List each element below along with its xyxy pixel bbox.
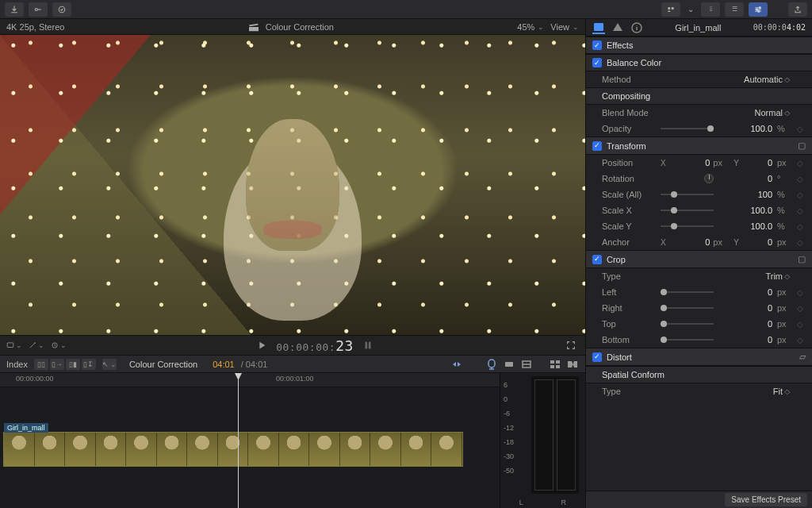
position-label: Position — [602, 158, 656, 167]
balance-color-section[interactable]: Balance Color — [586, 54, 812, 71]
crop-bottom-value[interactable]: 0 — [718, 335, 772, 344]
position-y-value[interactable]: 0 — [744, 158, 772, 167]
retime-button[interactable] — [51, 339, 67, 352]
effects-tool-button[interactable] — [29, 339, 44, 352]
crop-onscreen-button[interactable]: ▢ — [798, 254, 806, 264]
crop-left-value[interactable]: 0 — [718, 287, 772, 297]
crop-right-label: Right — [602, 303, 656, 313]
crop-right-value[interactable]: 0 — [718, 303, 772, 313]
info-inspector-tab[interactable] — [630, 21, 643, 34]
balance-color-checkbox[interactable] — [592, 58, 602, 67]
skimming-button[interactable] — [450, 358, 463, 371]
crop-top-slider[interactable] — [661, 323, 714, 325]
crop-bottom-slider[interactable] — [661, 339, 714, 341]
opacity-label: Opacity — [602, 124, 656, 133]
crop-left-slider[interactable] — [661, 291, 714, 293]
scale-x-keyframe[interactable] — [795, 206, 806, 215]
chevron-down-icon[interactable]: ⌄ — [685, 2, 696, 17]
effects-section[interactable]: Effects — [586, 37, 812, 54]
crop-top-value[interactable]: 0 — [718, 319, 772, 329]
display-options-button[interactable] — [6, 339, 22, 352]
zoom-dropdown[interactable]: 45% — [517, 22, 544, 32]
effects-browser-button[interactable] — [549, 358, 561, 371]
anchor-keyframe[interactable] — [795, 237, 806, 247]
svg-rect-18 — [594, 23, 603, 31]
rotation-value[interactable]: 0 — [718, 174, 772, 183]
video-clip[interactable]: Girl_in_mall — [3, 432, 463, 467]
svg-rect-2 — [668, 7, 670, 10]
inspector-toggle-button[interactable] — [749, 2, 768, 17]
library-toggle-button[interactable] — [661, 2, 680, 17]
connect-button[interactable]: ▯↧ — [82, 359, 96, 370]
play-button[interactable] — [254, 339, 270, 352]
transitions-browser-button[interactable] — [566, 358, 579, 371]
clip-appearance-button[interactable] — [520, 358, 533, 371]
viewer-canvas[interactable] — [0, 35, 585, 335]
view-dropdown[interactable]: View — [550, 22, 579, 32]
crop-right-slider[interactable] — [661, 307, 714, 309]
video-inspector-tab[interactable] — [592, 21, 605, 34]
anchor-y-value[interactable]: 0 — [744, 237, 772, 247]
append-button[interactable]: ▯→ — [50, 359, 64, 370]
scale-y-slider[interactable] — [661, 225, 714, 227]
arrow-tool[interactable]: ↖ — [102, 359, 117, 370]
browser-grid-button[interactable]: ⦙⦙⦙ — [701, 2, 720, 17]
method-dropdown[interactable]: Automatic — [744, 75, 790, 84]
fullscreen-button[interactable] — [563, 339, 579, 352]
crop-bottom-keyframe[interactable] — [795, 335, 806, 344]
snapping-button[interactable] — [503, 358, 515, 371]
opacity-slider[interactable] — [661, 128, 714, 129]
position-keyframe[interactable] — [795, 158, 806, 167]
blend-mode-dropdown[interactable]: Normal — [755, 108, 790, 117]
compositing-section[interactable]: Compositing — [586, 87, 812, 105]
effects-checkbox[interactable] — [592, 40, 602, 50]
scale-y-value[interactable]: 100.0 — [718, 221, 772, 231]
save-effects-preset-button[interactable]: Save Effects Preset — [725, 493, 807, 506]
share-button[interactable] — [788, 2, 807, 17]
transform-section[interactable]: Transform ▢ — [586, 137, 812, 155]
opacity-keyframe[interactable] — [795, 124, 806, 133]
crop-top-keyframe[interactable] — [795, 319, 806, 329]
timeline[interactable]: 00:00:00:00 00:00:01:00 Girl_in_mall — [0, 373, 585, 508]
conform-type-label: Type — [602, 387, 656, 396]
anchor-x-value[interactable]: 0 — [681, 237, 710, 247]
crop-right-keyframe[interactable] — [795, 303, 806, 313]
rotation-dial[interactable] — [704, 174, 714, 183]
browser-list-button[interactable]: ☰ — [725, 2, 744, 17]
distort-onscreen-button[interactable]: ▱ — [799, 352, 806, 362]
keyword-button[interactable] — [29, 2, 48, 17]
scale-all-keyframe[interactable] — [795, 190, 806, 199]
opacity-value[interactable]: 100.0 — [718, 124, 772, 133]
distort-checkbox[interactable] — [592, 352, 602, 362]
project-meta: 4K 25p, Stereo — [6, 22, 64, 32]
scale-x-value[interactable]: 100.0 — [718, 206, 772, 215]
crop-left-keyframe[interactable] — [795, 287, 806, 297]
crop-section[interactable]: Crop ▢ — [586, 250, 812, 268]
distort-section[interactable]: Distort ▱ — [586, 348, 812, 366]
playhead[interactable] — [238, 373, 239, 508]
solo-button[interactable] — [485, 358, 498, 371]
scale-all-value[interactable]: 100 — [718, 190, 772, 199]
scale-all-slider[interactable] — [661, 194, 714, 195]
import-button[interactable] — [5, 2, 24, 17]
timecode-display[interactable]: 00:00:00:23 — [276, 337, 354, 354]
conform-type-dropdown[interactable]: Fit — [773, 387, 790, 396]
audio-skimming-button[interactable] — [468, 358, 481, 371]
scale-y-keyframe[interactable] — [795, 221, 806, 231]
transform-checkbox[interactable] — [592, 141, 602, 151]
background-tasks-button[interactable] — [52, 2, 71, 17]
overwrite-button[interactable]: ▯▮ — [66, 359, 80, 370]
position-x-value[interactable]: 0 — [681, 158, 710, 167]
insert-button[interactable]: ▯▯ — [34, 359, 48, 370]
crop-checkbox[interactable] — [592, 255, 602, 264]
index-button[interactable]: Index — [6, 360, 28, 369]
crop-type-dropdown[interactable]: Trim — [765, 271, 790, 281]
svg-rect-16 — [550, 365, 554, 368]
svg-rect-10 — [365, 342, 367, 349]
scale-x-slider[interactable] — [661, 210, 714, 211]
color-inspector-tab[interactable] — [611, 21, 624, 34]
spatial-conform-section[interactable]: Spatial Conform — [586, 366, 812, 383]
timeline-ruler[interactable]: 00:00:00:00 00:00:01:00 — [0, 373, 500, 387]
transform-onscreen-button[interactable]: ▢ — [798, 140, 806, 151]
rotation-keyframe[interactable] — [795, 174, 806, 183]
